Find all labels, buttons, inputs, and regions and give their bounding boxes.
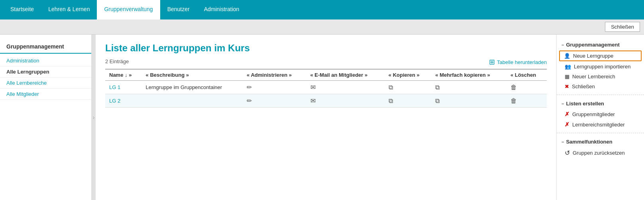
cell-copy-lg1[interactable]: ⧉ bbox=[385, 81, 432, 94]
col-beschreibung[interactable]: « Beschreibung » bbox=[142, 69, 243, 81]
nav-lehren-lernen[interactable]: Lehren & Lernen bbox=[41, 0, 97, 19]
cell-multicopy-lg1[interactable]: ⧉ bbox=[431, 81, 507, 94]
main-content: Liste aller Lerngruppen im Kurs 2 Einträ… bbox=[96, 35, 556, 200]
cell-admin-lg2[interactable]: ✏ bbox=[243, 94, 306, 108]
nav-gruppenverwaltung[interactable]: Gruppenverwaltung bbox=[97, 0, 160, 19]
col-loeschen[interactable]: « Löschen bbox=[507, 69, 547, 81]
cell-email-lg1[interactable]: ✉ bbox=[306, 81, 385, 94]
close-icon: ✖ bbox=[565, 83, 569, 89]
rs-item-schliessen[interactable]: ✖ Schließen bbox=[557, 82, 644, 91]
left-sidebar: Gruppenmanagement Administration Alle Le… bbox=[0, 35, 92, 200]
col-kopieren[interactable]: « Kopieren » bbox=[385, 69, 432, 81]
table-icon: ⊞ bbox=[489, 58, 495, 66]
rs-section-gruppenmanagement: − Gruppenmanagement bbox=[557, 39, 644, 50]
left-sidebar-title: Gruppenmanagement bbox=[0, 41, 91, 54]
table-row: LG 2 ✏ ✉ ⧉ ⧉ 🗑 bbox=[105, 94, 547, 108]
new-area-icon: ▦ bbox=[565, 74, 569, 80]
sidebar-item-alle-lernbereiche[interactable]: Alle Lernbereiche bbox=[0, 78, 91, 89]
col-mehrfach[interactable]: « Mehrfach kopieren » bbox=[431, 69, 507, 81]
table-row: LG 1 Lerngruppe im Gruppencontainer ✏ ✉ … bbox=[105, 81, 547, 94]
rs-item-neuer-lernbereich[interactable]: ▦ Neuer Lernbereich bbox=[557, 72, 644, 82]
col-email[interactable]: « E-Mail an Mitglieder » bbox=[306, 69, 385, 81]
cell-delete-lg1[interactable]: 🗑 bbox=[507, 81, 547, 94]
lg1-link[interactable]: LG 1 bbox=[109, 84, 120, 90]
refresh-icon: ↺ bbox=[565, 149, 570, 157]
sidebar-item-alle-lerngruppen[interactable]: Alle Lerngruppen bbox=[0, 66, 91, 78]
lg2-link[interactable]: LG 2 bbox=[109, 98, 120, 104]
rs-item-gruppenmitglieder[interactable]: ✗ Gruppenmitglieder bbox=[557, 109, 644, 119]
nav-benutzer[interactable]: Benutzer bbox=[160, 0, 197, 19]
rs-item-neue-lerngruppe[interactable]: 👤 Neue Lerngruppe bbox=[559, 50, 642, 61]
page-title: Liste aller Lerngruppen im Kurs bbox=[105, 43, 547, 54]
new-group-icon: 👤 bbox=[564, 53, 570, 59]
entries-count: 2 Einträge bbox=[105, 58, 129, 64]
list-icon-2: ✗ bbox=[565, 121, 569, 128]
rs-item-gruppen-zuruecksetzen[interactable]: ↺ Gruppen zurücksetzen bbox=[557, 147, 644, 159]
top-navigation: Startseite Lehren & Lernen Gruppenverwal… bbox=[0, 0, 644, 19]
table-download-link[interactable]: ⊞ Tabelle herunterladen bbox=[489, 58, 547, 66]
rs-section-sammelfunktionen: − Sammelfunktionen bbox=[557, 136, 644, 147]
sidebar-item-alle-mitglieder[interactable]: Alle Mitglieder bbox=[0, 89, 91, 100]
rs-section-listen-erstellen: − Listen erstellen bbox=[557, 98, 644, 109]
cell-copy-lg2[interactable]: ⧉ bbox=[385, 94, 432, 108]
cell-delete-lg2[interactable]: 🗑 bbox=[507, 94, 547, 108]
cell-beschreibung-lg2 bbox=[142, 94, 243, 108]
close-button[interactable]: Schließen bbox=[605, 22, 640, 32]
table-download-label: Tabelle herunterladen bbox=[497, 59, 547, 65]
minus-icon-2: − bbox=[562, 101, 564, 106]
cell-admin-lg1[interactable]: ✏ bbox=[243, 81, 306, 94]
second-bar: Schließen bbox=[0, 19, 644, 35]
nav-administration[interactable]: Administration bbox=[197, 0, 247, 19]
rs-divider-2 bbox=[557, 133, 644, 133]
cell-multicopy-lg2[interactable]: ⧉ bbox=[431, 94, 507, 108]
right-sidebar: − Gruppenmanagement 👤 Neue Lerngruppe 👥 … bbox=[556, 35, 644, 200]
rs-item-lernbereichsmitglieder[interactable]: ✗ Lernbereichsmitglieder bbox=[557, 119, 644, 130]
resize-handle[interactable]: › bbox=[92, 35, 96, 200]
cell-email-lg2[interactable]: ✉ bbox=[306, 94, 385, 108]
groups-table: Name ↓ » « Beschreibung » « Administrier… bbox=[105, 69, 547, 108]
main-layout: Gruppenmanagement Administration Alle Le… bbox=[0, 35, 644, 200]
sidebar-item-administration[interactable]: Administration bbox=[0, 55, 91, 66]
cell-name-lg2: LG 2 bbox=[105, 94, 142, 108]
rs-item-lerngruppen-importieren[interactable]: 👥 Lerngruppen importieren bbox=[557, 62, 644, 72]
cell-name-lg1: LG 1 bbox=[105, 81, 142, 94]
col-name[interactable]: Name ↓ » bbox=[105, 69, 142, 81]
import-icon: 👥 bbox=[565, 64, 571, 70]
nav-startseite[interactable]: Startseite bbox=[3, 0, 41, 19]
rs-divider-1 bbox=[557, 95, 644, 95]
list-icon-1: ✗ bbox=[565, 111, 569, 117]
col-administrieren[interactable]: « Administrieren » bbox=[243, 69, 306, 81]
minus-icon-3: − bbox=[562, 140, 564, 144]
cell-beschreibung-lg1: Lerngruppe im Gruppencontainer bbox=[142, 81, 243, 94]
minus-icon: − bbox=[562, 43, 564, 47]
